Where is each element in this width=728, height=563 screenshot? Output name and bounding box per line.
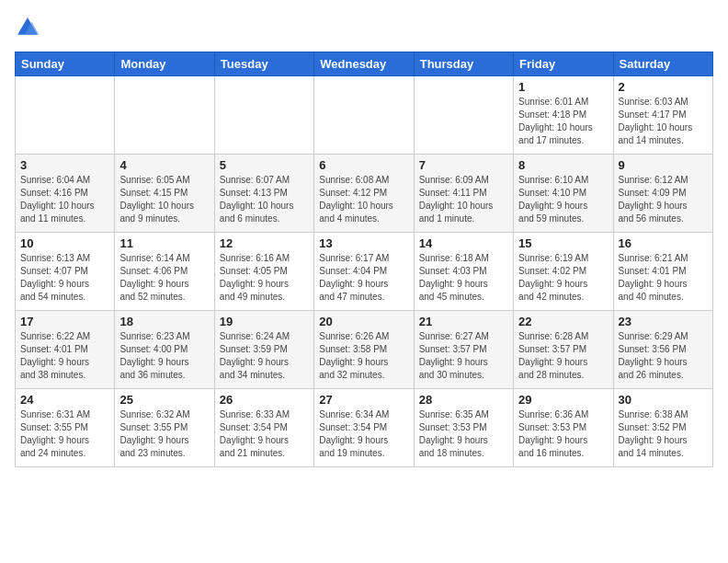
- calendar-cell: [414, 76, 513, 155]
- calendar-cell: 4Sunrise: 6:05 AM Sunset: 4:15 PM Daylig…: [115, 155, 214, 233]
- day-number: 23: [619, 315, 708, 328]
- calendar-cell: 24Sunrise: 6:31 AM Sunset: 3:55 PM Dayli…: [16, 389, 115, 467]
- column-header-sunday: Sunday: [16, 52, 115, 76]
- calendar-week-row: 1Sunrise: 6:01 AM Sunset: 4:18 PM Daylig…: [16, 76, 713, 155]
- calendar-cell: 8Sunrise: 6:10 AM Sunset: 4:10 PM Daylig…: [514, 155, 613, 233]
- day-info: Sunrise: 6:05 AM Sunset: 4:15 PM Dayligh…: [119, 174, 209, 225]
- day-number: 29: [518, 393, 608, 407]
- day-info: Sunrise: 6:24 AM Sunset: 3:59 PM Dayligh…: [220, 330, 309, 382]
- calendar-week-row: 17Sunrise: 6:22 AM Sunset: 4:01 PM Dayli…: [16, 311, 713, 389]
- column-header-tuesday: Tuesday: [214, 52, 313, 76]
- day-number: 12: [220, 236, 309, 250]
- day-number: 22: [518, 315, 608, 328]
- calendar-cell: 15Sunrise: 6:19 AM Sunset: 4:02 PM Dayli…: [514, 233, 613, 311]
- day-number: 28: [419, 393, 508, 407]
- calendar-cell: [214, 76, 313, 155]
- calendar-cell: 28Sunrise: 6:35 AM Sunset: 3:53 PM Dayli…: [414, 389, 513, 467]
- calendar-header-row: SundayMondayTuesdayWednesdayThursdayFrid…: [16, 52, 713, 76]
- day-number: 13: [319, 236, 408, 250]
- calendar-cell: 1Sunrise: 6:01 AM Sunset: 4:18 PM Daylig…: [514, 76, 613, 155]
- day-number: 27: [319, 393, 408, 407]
- day-number: 9: [619, 158, 708, 172]
- day-number: 11: [119, 236, 209, 250]
- column-header-monday: Monday: [115, 52, 214, 76]
- day-info: Sunrise: 6:17 AM Sunset: 4:04 PM Dayligh…: [319, 252, 408, 304]
- day-info: Sunrise: 6:35 AM Sunset: 3:53 PM Dayligh…: [419, 408, 508, 460]
- calendar-cell: 13Sunrise: 6:17 AM Sunset: 4:04 PM Dayli…: [314, 233, 414, 311]
- day-number: 10: [20, 236, 109, 250]
- day-info: Sunrise: 6:26 AM Sunset: 3:58 PM Dayligh…: [319, 330, 408, 382]
- calendar-cell: 18Sunrise: 6:23 AM Sunset: 4:00 PM Dayli…: [115, 311, 214, 389]
- day-info: Sunrise: 6:22 AM Sunset: 4:01 PM Dayligh…: [20, 330, 109, 382]
- day-info: Sunrise: 6:16 AM Sunset: 4:05 PM Dayligh…: [220, 252, 309, 304]
- day-number: 30: [619, 393, 708, 407]
- calendar-cell: [16, 76, 115, 155]
- day-info: Sunrise: 6:03 AM Sunset: 4:17 PM Dayligh…: [619, 96, 708, 147]
- day-number: 14: [419, 236, 508, 250]
- day-number: 7: [419, 158, 508, 172]
- day-number: 20: [319, 315, 408, 328]
- calendar-cell: 20Sunrise: 6:26 AM Sunset: 3:58 PM Dayli…: [314, 311, 414, 389]
- day-info: Sunrise: 6:19 AM Sunset: 4:02 PM Dayligh…: [518, 252, 608, 304]
- calendar-cell: 30Sunrise: 6:38 AM Sunset: 3:52 PM Dayli…: [613, 389, 712, 467]
- day-number: 24: [20, 393, 109, 407]
- day-info: Sunrise: 6:07 AM Sunset: 4:13 PM Dayligh…: [220, 174, 309, 225]
- calendar-cell: 12Sunrise: 6:16 AM Sunset: 4:05 PM Dayli…: [214, 233, 313, 311]
- day-number: 18: [119, 315, 209, 328]
- day-info: Sunrise: 6:31 AM Sunset: 3:55 PM Dayligh…: [20, 408, 109, 460]
- calendar-table: SundayMondayTuesdayWednesdayThursdayFrid…: [15, 52, 713, 467]
- logo: [15, 15, 44, 40]
- day-number: 8: [518, 158, 608, 172]
- calendar-cell: 3Sunrise: 6:04 AM Sunset: 4:16 PM Daylig…: [16, 155, 115, 233]
- calendar-cell: [115, 76, 214, 155]
- calendar-cell: 14Sunrise: 6:18 AM Sunset: 4:03 PM Dayli…: [414, 233, 513, 311]
- day-number: 16: [619, 236, 708, 250]
- day-number: 17: [20, 315, 109, 328]
- day-info: Sunrise: 6:33 AM Sunset: 3:54 PM Dayligh…: [220, 408, 309, 460]
- day-info: Sunrise: 6:08 AM Sunset: 4:12 PM Dayligh…: [319, 174, 408, 225]
- day-info: Sunrise: 6:13 AM Sunset: 4:07 PM Dayligh…: [20, 252, 109, 304]
- column-header-friday: Friday: [514, 52, 613, 76]
- day-info: Sunrise: 6:04 AM Sunset: 4:16 PM Dayligh…: [20, 174, 109, 225]
- day-info: Sunrise: 6:18 AM Sunset: 4:03 PM Dayligh…: [419, 252, 508, 304]
- day-info: Sunrise: 6:32 AM Sunset: 3:55 PM Dayligh…: [119, 408, 209, 460]
- day-number: 26: [220, 393, 309, 407]
- day-info: Sunrise: 6:21 AM Sunset: 4:01 PM Dayligh…: [619, 252, 708, 304]
- calendar-cell: 9Sunrise: 6:12 AM Sunset: 4:09 PM Daylig…: [613, 155, 712, 233]
- calendar-cell: 22Sunrise: 6:28 AM Sunset: 3:57 PM Dayli…: [514, 311, 613, 389]
- calendar-cell: 5Sunrise: 6:07 AM Sunset: 4:13 PM Daylig…: [214, 155, 313, 233]
- day-number: 21: [419, 315, 508, 328]
- calendar-cell: 29Sunrise: 6:36 AM Sunset: 3:53 PM Dayli…: [514, 389, 613, 467]
- day-number: 5: [220, 158, 309, 172]
- column-header-wednesday: Wednesday: [314, 52, 414, 76]
- calendar-cell: 2Sunrise: 6:03 AM Sunset: 4:17 PM Daylig…: [613, 76, 712, 155]
- calendar-week-row: 24Sunrise: 6:31 AM Sunset: 3:55 PM Dayli…: [16, 389, 713, 467]
- column-header-saturday: Saturday: [613, 52, 712, 76]
- day-info: Sunrise: 6:01 AM Sunset: 4:18 PM Dayligh…: [518, 96, 608, 147]
- day-number: 6: [319, 158, 408, 172]
- day-number: 3: [20, 158, 109, 172]
- calendar-cell: 21Sunrise: 6:27 AM Sunset: 3:57 PM Dayli…: [414, 311, 513, 389]
- calendar-cell: 7Sunrise: 6:09 AM Sunset: 4:11 PM Daylig…: [414, 155, 513, 233]
- day-info: Sunrise: 6:27 AM Sunset: 3:57 PM Dayligh…: [419, 330, 508, 382]
- calendar-cell: 23Sunrise: 6:29 AM Sunset: 3:56 PM Dayli…: [613, 311, 712, 389]
- day-info: Sunrise: 6:10 AM Sunset: 4:10 PM Dayligh…: [518, 174, 608, 225]
- calendar-cell: 26Sunrise: 6:33 AM Sunset: 3:54 PM Dayli…: [214, 389, 313, 467]
- day-info: Sunrise: 6:34 AM Sunset: 3:54 PM Dayligh…: [319, 408, 408, 460]
- calendar-cell: 16Sunrise: 6:21 AM Sunset: 4:01 PM Dayli…: [613, 233, 712, 311]
- calendar-week-row: 10Sunrise: 6:13 AM Sunset: 4:07 PM Dayli…: [16, 233, 713, 311]
- day-info: Sunrise: 6:38 AM Sunset: 3:52 PM Dayligh…: [619, 408, 708, 460]
- day-number: 19: [220, 315, 309, 328]
- day-info: Sunrise: 6:29 AM Sunset: 3:56 PM Dayligh…: [619, 330, 708, 382]
- day-info: Sunrise: 6:23 AM Sunset: 4:00 PM Dayligh…: [119, 330, 209, 382]
- day-info: Sunrise: 6:09 AM Sunset: 4:11 PM Dayligh…: [419, 174, 508, 225]
- logo-icon: [15, 15, 40, 40]
- calendar-cell: 17Sunrise: 6:22 AM Sunset: 4:01 PM Dayli…: [16, 311, 115, 389]
- day-info: Sunrise: 6:28 AM Sunset: 3:57 PM Dayligh…: [518, 330, 608, 382]
- day-info: Sunrise: 6:14 AM Sunset: 4:06 PM Dayligh…: [119, 252, 209, 304]
- day-number: 2: [619, 80, 708, 94]
- page-header: [15, 15, 713, 40]
- day-number: 15: [518, 236, 608, 250]
- day-number: 1: [518, 80, 608, 94]
- day-number: 25: [119, 393, 209, 407]
